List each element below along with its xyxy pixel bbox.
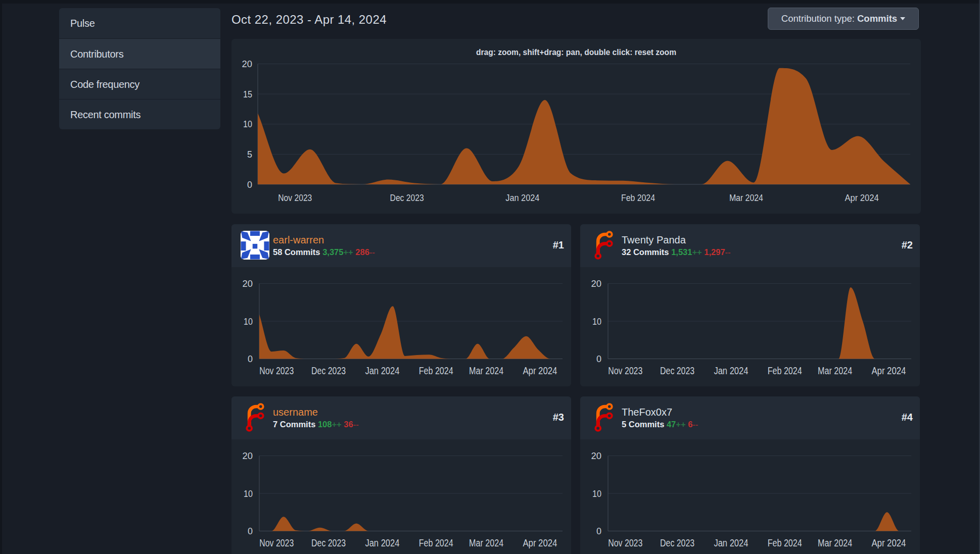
svg-text:5: 5 [247,149,252,160]
svg-text:10: 10 [244,488,253,499]
svg-text:Nov 2023: Nov 2023 [278,192,312,203]
svg-text:Feb 2024: Feb 2024 [768,537,802,548]
svg-text:10: 10 [592,488,601,499]
svg-text:Dec 2023: Dec 2023 [390,192,424,203]
svg-text:Mar 2024: Mar 2024 [469,537,503,548]
svg-text:Nov 2023: Nov 2023 [608,537,642,548]
svg-text:Nov 2023: Nov 2023 [259,537,294,548]
svg-text:Jan 2024: Jan 2024 [365,365,399,376]
svg-text:Feb 2024: Feb 2024 [621,192,655,203]
svg-text:Apr 2024: Apr 2024 [523,537,557,548]
svg-text:20: 20 [591,278,602,289]
svg-text:Mar 2024: Mar 2024 [729,192,763,203]
svg-text:Dec 2023: Dec 2023 [311,365,346,376]
svg-text:Apr 2024: Apr 2024 [871,365,906,376]
svg-text:20: 20 [243,278,253,289]
svg-text:Nov 2023: Nov 2023 [608,365,642,376]
svg-text:10: 10 [244,316,253,327]
svg-text:Jan 2024: Jan 2024 [505,192,539,203]
svg-text:Dec 2023: Dec 2023 [660,537,694,548]
svg-text:Feb 2024: Feb 2024 [419,365,453,376]
svg-text:Apr 2024: Apr 2024 [523,365,557,376]
svg-text:0: 0 [247,179,252,190]
svg-text:Jan 2024: Jan 2024 [714,365,748,376]
svg-text:Mar 2024: Mar 2024 [469,365,503,376]
svg-text:Jan 2024: Jan 2024 [714,537,748,548]
svg-text:drag: zoom, shift+drag: pan, d: drag: zoom, shift+drag: pan, double clic… [476,47,676,57]
svg-text:0: 0 [596,526,601,536]
svg-text:0: 0 [596,354,601,364]
svg-text:20: 20 [243,450,253,461]
svg-text:Feb 2024: Feb 2024 [419,537,453,548]
svg-text:Dec 2023: Dec 2023 [311,537,346,548]
svg-text:Mar 2024: Mar 2024 [818,365,852,376]
svg-text:Dec 2023: Dec 2023 [660,365,694,376]
svg-text:10: 10 [592,316,601,327]
svg-text:Nov 2023: Nov 2023 [259,365,294,376]
svg-text:Apr 2024: Apr 2024 [845,192,879,203]
svg-text:0: 0 [248,354,253,364]
svg-text:Feb 2024: Feb 2024 [768,365,802,376]
svg-text:20: 20 [591,450,602,461]
svg-text:0: 0 [248,526,253,536]
svg-text:Apr 2024: Apr 2024 [871,537,906,548]
svg-text:Jan 2024: Jan 2024 [365,537,399,548]
svg-text:Mar 2024: Mar 2024 [818,537,852,548]
svg-text:15: 15 [243,89,252,99]
svg-text:20: 20 [242,59,253,69]
svg-text:10: 10 [243,119,252,129]
